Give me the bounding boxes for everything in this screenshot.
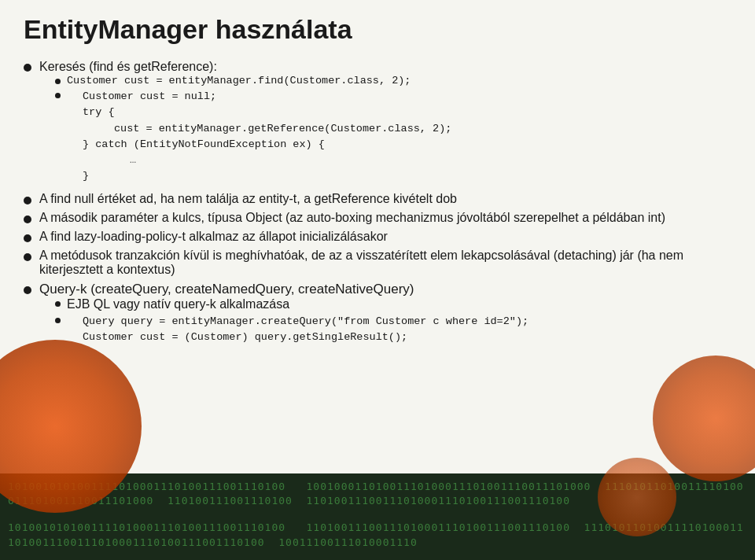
code-try: try { [83,105,451,120]
list-item-keresés: Keresés (find és getReference): Customer… [24,59,731,187]
list-item-lazy: A find lazy-loading-policy-t alkalmaz az… [24,230,731,244]
query-code-line1: Query query = entityManager.createQuery(… [83,314,528,330]
query-code-block: Query query = entityManager.createQuery(… [83,314,528,346]
query-label: Query-k (createQuery, createNamedQuery, … [39,282,414,297]
sub-item-code-block: Customer cust = null; try { cust = entit… [55,89,451,185]
code-getref: cust = entityManager.getReference(Custom… [114,121,451,137]
keresés-content: Keresés (find és getReference): Customer… [39,59,451,187]
sub-item-code1: Customer cust = entityManager.find(Custo… [55,75,451,87]
sub-bullet-code1 [55,79,61,84]
bullet-icon-metodus [24,253,31,261]
list-item-metodus: A metódusok tranzakción kívül is meghívh… [24,249,731,277]
page-title: EntityManager használata [24,14,731,45]
find-null-text: A find null értéket ad, ha nem találja a… [39,192,457,206]
bullet-icon-query [24,286,31,294]
query-sub-list: EJB QL vagy natív query-k alkalmazása Qu… [55,297,528,346]
sub-bullet-query-code [55,318,61,323]
metodus-text: A metódusok tranzakción kívül is meghívh… [39,249,731,277]
list-item-query: Query-k (createQuery, createNamedQuery, … [24,282,731,348]
ejb-text: EJB QL vagy natív query-k alkalmazása [67,297,289,311]
sub-bullet-ejb [55,301,61,307]
bullet-icon-masodik [24,216,31,223]
keresés-label: Keresés (find és getReference): [39,60,217,73]
masodik-text: A második paraméter a kulcs, típusa Obje… [39,211,665,225]
code-line-1: Customer cust = entityManager.find(Custo… [67,75,411,87]
lazy-text: A find lazy-loading-policy-t alkalmaz az… [39,230,388,244]
bullet-icon-find-null [24,197,31,204]
code-customer-null: Customer cust = null; [83,89,451,105]
sub-item-query-code: Query query = entityManager.createQuery(… [55,314,528,346]
bullet-icon-lazy [24,234,31,242]
code-ellipsis: … [130,153,451,168]
list-item-masodik: A második paraméter a kulcs, típusa Obje… [24,211,731,225]
list-item-find-null: A find null értéket ad, ha nem találja a… [24,192,731,206]
code-try-block: Customer cust = null; try { cust = entit… [83,89,451,185]
main-list: Keresés (find és getReference): Customer… [24,59,731,348]
bullet-icon-keresés [24,64,31,72]
circle-decoration-right [653,356,755,481]
sub-bullet-code-block [55,93,61,98]
code-close-brace: } [83,168,451,184]
main-content: EntityManager használata Keresés (find é… [0,0,755,368]
keresés-sub-list: Customer cust = entityManager.find(Custo… [55,75,451,185]
code-catch: } catch (EntityNotFoundException ex) { [83,137,451,153]
sub-item-ejb: EJB QL vagy natív query-k alkalmazása [55,297,528,311]
query-code-line2: Customer cust = (Customer) query.getSing… [83,330,528,345]
query-content: Query-k (createQuery, createNamedQuery, … [39,282,528,348]
circle-decoration-small [598,458,676,536]
